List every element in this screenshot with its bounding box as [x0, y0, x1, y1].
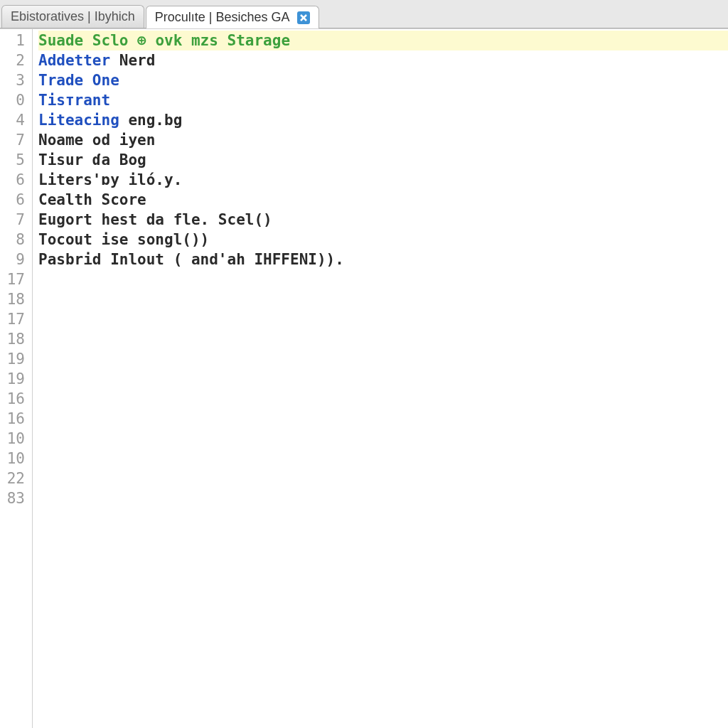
token-plain: eng.bg [119, 112, 183, 129]
line-number: 10 [0, 429, 32, 449]
token-keyword: Addetter [38, 52, 110, 69]
code-line: Tisur ɗa Bog [38, 150, 728, 170]
tab-label: Ebistoratives | Ibyhich [11, 9, 135, 24]
code-line: Eugort hest da fle. Scel() [38, 210, 728, 230]
code-editor[interactable]: Suade Sclo ⊕ ovk mzs Starage Addetter Ne… [33, 29, 728, 728]
code-line: Suade Sclo ⊕ ovk mzs Starage [38, 31, 728, 50]
editor-area: 1 2 3 0 4 7 5 6 6 7 8 9 17 18 17 18 19 1… [0, 28, 728, 728]
code-line: Pasbrid Inlout ( and'ah IHFFENI)). [38, 250, 728, 269]
line-number: 17 [0, 309, 32, 329]
line-number: 19 [0, 349, 32, 369]
line-number: 9 [0, 250, 32, 269]
line-number: 6 [0, 190, 32, 210]
code-line: Noame od iyen [38, 130, 728, 150]
close-icon[interactable] [297, 11, 310, 24]
line-number: 16 [0, 389, 32, 409]
token-plain: Pasbrid Inlout ( and'ah IHFFENI)). [38, 251, 344, 268]
line-number: 17 [0, 269, 32, 289]
line-number: 18 [0, 329, 32, 349]
token-keyword: Tisтrant [38, 92, 110, 109]
line-number: 0 [0, 90, 32, 110]
line-number: 22 [0, 469, 32, 488]
line-number: 7 [0, 210, 32, 230]
line-number-gutter: 1 2 3 0 4 7 5 6 6 7 8 9 17 18 17 18 19 1… [0, 29, 33, 728]
line-number: 2 [0, 50, 32, 70]
token-comment: ovk mzs Starage [146, 32, 290, 49]
line-number: 8 [0, 230, 32, 250]
line-number: 7 [0, 130, 32, 150]
line-number: 3 [0, 70, 32, 90]
token-plain: Eugort hest da fle. Scel() [38, 211, 272, 228]
code-line: Liters'ɒy ilό.y. [38, 170, 728, 190]
token-plain: Tocout ise songl()) [38, 231, 209, 248]
line-number: 16 [0, 409, 32, 429]
token-keyword: Trade One [38, 72, 119, 89]
line-number: 4 [0, 110, 32, 130]
token-plain: Cealth Score [38, 191, 146, 208]
tab-active[interactable]: Proculıte | Besiches GA [146, 6, 319, 28]
line-number: 19 [0, 369, 32, 389]
line-number: 10 [0, 449, 32, 469]
token-plain: Nerd [110, 52, 155, 69]
token-keyword: Liteacing [38, 112, 119, 129]
token-plain: Noame od iyen [38, 132, 155, 149]
code-line: Tisтrant [38, 90, 728, 110]
code-line: Trade One [38, 70, 728, 90]
line-number: 6 [0, 170, 32, 190]
line-number: 18 [0, 289, 32, 309]
token-plain: Liters'ɒy ilό.y. [38, 171, 182, 188]
code-line: Cealth Score [38, 190, 728, 210]
token-plain: Tisur ɗa Bog [38, 151, 146, 168]
token-comment: Suade Sclo [38, 32, 137, 49]
code-line: Liteacing eng.bg [38, 110, 728, 130]
code-line: Tocout ise songl()) [38, 230, 728, 250]
tab-label: Proculıte | Besiches GA [155, 10, 290, 25]
code-line: Addetter Nerd [38, 50, 728, 70]
token-comment: ⊕ [137, 32, 146, 49]
line-number: 5 [0, 150, 32, 170]
app-window: Ebistoratives | Ibyhich Proculıte | Besi… [0, 0, 728, 728]
tab-bar: Ebistoratives | Ibyhich Proculıte | Besi… [0, 0, 728, 28]
line-number: 1 [0, 31, 32, 50]
line-number: 83 [0, 488, 32, 508]
tab-inactive[interactable]: Ebistoratives | Ibyhich [1, 5, 144, 28]
